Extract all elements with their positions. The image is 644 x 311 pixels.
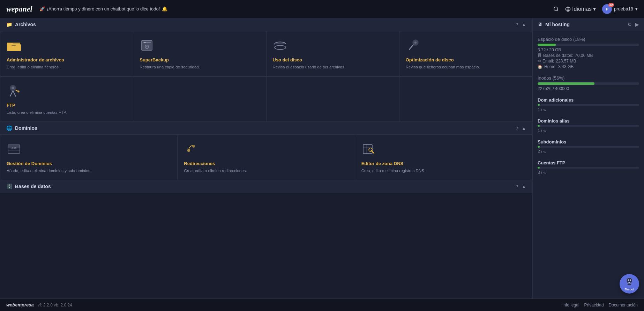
collapse-icon[interactable]: ▲ — [522, 22, 526, 27]
language-button[interactable]: Idiomas ▾ — [565, 6, 596, 12]
bases-datos-section: 🗄️ Bases de datos ? ▲ — [0, 180, 532, 193]
footer-link-documentacion[interactable]: Documentación — [609, 303, 638, 308]
card-desc: Revisa el espacio usado de tus archivos. — [273, 64, 393, 70]
svg-point-25 — [187, 149, 190, 152]
card-uso-disco[interactable]: Uso del disco Revisa el espacio usado de… — [267, 31, 399, 76]
card-desc: Crea, edita o elimina registros DNS. — [361, 168, 526, 173]
help-icon[interactable]: ? — [516, 22, 518, 27]
archivos-section: 📁 Archivos ? ▲ — [0, 18, 532, 122]
archivos-cards-grid: Administrador de archivos Crea, edita o … — [0, 31, 532, 76]
cuentas-ftp-value: 3 / ∞ — [538, 170, 639, 175]
svg-text:.com: .com — [10, 147, 16, 149]
ftp-row: FTP Lista, crea o elimina cuentas FTP. — [0, 76, 532, 122]
card-desc: Revisa qué ficheros ocupan más espacio. — [406, 64, 526, 70]
chevron-down-icon: ▾ — [635, 6, 638, 12]
disk-home-sub: 🏠 Home: 3,43 GB — [538, 64, 639, 69]
dominios-alias-metric: Dominios alias 1 / ∞ — [538, 118, 639, 133]
card-title: SuperBackup — [140, 57, 260, 62]
svg-point-17 — [414, 42, 417, 44]
topnav: wepanel 🚀 ¡Ahorra tiempo y dinero con un… — [0, 0, 644, 18]
card-desc: Crea, edita o elimina ficheros. — [7, 64, 127, 70]
svg-rect-27 — [363, 145, 372, 154]
dom-adicionales-fill — [538, 104, 540, 106]
card-title: Editor de zona DNS — [361, 161, 526, 166]
cuentas-ftp-track — [538, 167, 639, 169]
avatar: P 32 — [602, 4, 612, 14]
inodos-metric: Inodos (56%) 227526 / 400000 — [538, 75, 639, 91]
home-icon-small: 🏠 — [538, 65, 542, 69]
dom-adicionales-label: Dom adicionales — [538, 97, 639, 103]
video-button[interactable]: ▶ — [635, 22, 639, 27]
svg-rect-34 — [630, 279, 631, 281]
logo: wepanel — [6, 5, 32, 14]
card-optimizacion-disco[interactable]: Optimización de disco Revisa qué fichero… — [399, 31, 532, 76]
sidebar-header: 🖥 Mi hosting ↻ ▶ — [533, 18, 644, 31]
empty-card-3 — [399, 77, 532, 121]
card-icon — [406, 39, 526, 54]
svg-rect-33 — [628, 279, 629, 281]
footer-link-privacidad[interactable]: Privacidad — [584, 303, 604, 308]
tecbot-bubble[interactable]: Tecbot — [620, 274, 639, 294]
footer: webempresa vf: 2.2.0 vb: 2.0.24 Info leg… — [0, 298, 644, 311]
topnav-right: Idiomas ▾ P 32 prueba18 ▾ — [553, 4, 638, 14]
dominios-alias-value: 1 / ∞ — [538, 128, 639, 133]
card-ftp[interactable]: FTP Lista, crea o elimina cuentas FTP. — [0, 77, 133, 121]
main-layout: 📁 Archivos ? ▲ — [0, 18, 644, 298]
card-redirecciones[interactable]: Redirecciones Crea, edita o elimina redi… — [178, 135, 354, 180]
subdominios-track — [538, 146, 639, 148]
announcement: 🚀 ¡Ahorra tiempo y dinero con un chatbot… — [39, 6, 553, 12]
archivos-header-left: 📁 Archivos — [6, 22, 36, 27]
subdominios-metric: Subdominios 2 / ∞ — [538, 139, 639, 154]
disk-progress-fill — [538, 44, 556, 46]
cuentas-ftp-label: Cuentas FTP — [538, 160, 639, 165]
card-title: Redirecciones — [184, 161, 348, 166]
refresh-button[interactable]: ↻ — [628, 22, 632, 27]
subdominios-fill — [538, 146, 540, 148]
card-administrador-archivos[interactable]: Administrador de archivos Crea, edita o … — [0, 31, 133, 76]
archivos-header: 📁 Archivos ? ▲ — [0, 18, 532, 31]
email-icon-small: ✉ — [538, 59, 541, 64]
dominios-header-right: ? ▲ — [516, 126, 526, 131]
card-icon — [184, 143, 348, 157]
dominios-alias-fill — [538, 125, 540, 127]
subdominios-label: Subdominios — [538, 139, 639, 145]
inodos-progress-track — [538, 82, 639, 85]
disk-value: 3.72 / 20 GB — [538, 47, 639, 52]
card-icon — [7, 39, 127, 54]
dom-adicionales-track — [538, 104, 639, 106]
svg-rect-35 — [628, 283, 631, 285]
card-title: FTP — [7, 103, 127, 108]
dom-adicionales-metric: Dom adicionales 1 / ∞ — [538, 97, 639, 112]
user-menu[interactable]: P 32 prueba18 ▾ — [602, 4, 638, 14]
help-icon[interactable]: ? — [516, 184, 518, 189]
card-icon — [273, 39, 393, 54]
footer-link-info-legal[interactable]: Info legal — [562, 303, 579, 308]
empty-card-2 — [267, 77, 399, 121]
dominios-alias-label: Dominios alias — [538, 118, 639, 124]
bell-icon: 🔔 — [162, 6, 167, 12]
empty-card-1 — [133, 77, 266, 121]
collapse-icon[interactable]: ▲ — [522, 184, 526, 189]
card-superbackup[interactable]: SuperBackup Restaura una copia de seguri… — [133, 31, 266, 76]
svg-rect-9 — [143, 42, 151, 43]
content-area: 📁 Archivos ? ▲ — [0, 18, 532, 298]
svg-point-19 — [12, 87, 14, 89]
help-icon[interactable]: ? — [516, 126, 518, 131]
cuentas-ftp-fill — [538, 167, 540, 169]
folder-icon: 📁 — [6, 22, 12, 27]
dominios-header-left: 🌐 Dominios — [6, 125, 37, 131]
sidebar-title: 🖥 Mi hosting — [538, 22, 570, 27]
svg-rect-12 — [144, 42, 145, 43]
card-gestion-dominios[interactable]: .com Gestión de Dominios Añade, edita o … — [0, 135, 177, 180]
footer-links: Info legal Privacidad Documentación — [562, 303, 638, 308]
server-icon: 🖥 — [538, 22, 542, 27]
collapse-icon[interactable]: ▲ — [522, 126, 526, 131]
inodos-label: Inodos (56%) — [538, 75, 639, 81]
card-desc: Lista, crea o elimina cuentas FTP. — [7, 110, 127, 115]
dominios-section: 🌐 Dominios ? ▲ .com — [0, 122, 532, 180]
search-button[interactable] — [553, 6, 559, 12]
card-editor-dns[interactable]: Editor de zona DNS Crea, edita o elimina… — [355, 135, 532, 180]
sidebar-actions: ↻ ▶ — [628, 22, 639, 27]
card-title: Optimización de disco — [406, 57, 526, 62]
dominios-alias-track — [538, 125, 639, 127]
